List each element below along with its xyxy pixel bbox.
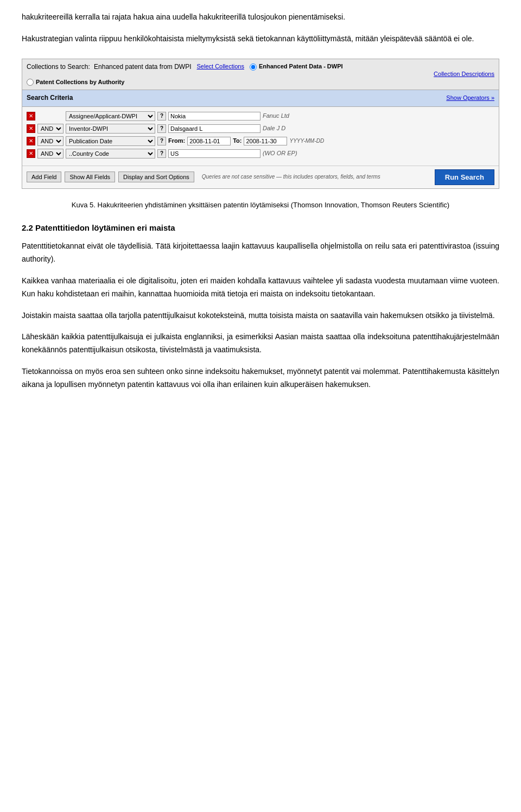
body-para-3: Joistakin maista saattaa olla tarjolla p… <box>22 309 499 322</box>
date-inputs: From: To: YYYY-MM-DD <box>168 136 324 146</box>
criteria-rows: ✕ AND Assignee/Applicant-DWPI ? Fanuc Lt… <box>22 107 499 166</box>
operator-select-4[interactable]: AND OR NOT <box>37 149 63 158</box>
body-para-2: Kaikkea vanhaa materiaalia ei ole digita… <box>22 275 499 301</box>
field-select-3[interactable]: Publication Date <box>66 136 155 146</box>
hint-text-1: Fanuc Ltd <box>263 111 289 121</box>
add-field-button[interactable]: Add Field <box>27 172 61 182</box>
from-label: From: <box>168 136 185 146</box>
radio-enhanced-patent[interactable]: Enhanced Patent Data - DWPI <box>250 62 343 72</box>
display-sort-options-button[interactable]: Display and Sort Options <box>118 172 194 182</box>
field-select-1[interactable]: Assignee/Applicant-DWPI <box>66 111 155 121</box>
operator-select-2[interactable]: AND OR NOT <box>37 124 63 134</box>
body-para-1: Patenttitietokannat eivät ole täydellisi… <box>22 240 499 266</box>
collections-bar: Collections to Search: Enhanced patent d… <box>22 59 499 91</box>
value-input-4[interactable] <box>168 149 260 158</box>
search-ui-panel: Collections to Search: Enhanced patent d… <box>22 59 499 189</box>
search-criteria-header: Search Criteria Show Operators » <box>22 90 499 106</box>
help-btn-1[interactable]: ? <box>157 112 166 120</box>
field-select-4[interactable]: ..Country Code <box>66 149 155 158</box>
show-all-fields-button[interactable]: Show All Fields <box>65 172 115 182</box>
radio-enhanced-label: Enhanced Patent Data - DWPI <box>259 62 343 72</box>
radio-authority-label: Patent Collections by Authority <box>36 78 124 87</box>
body-para-4: Läheskään kaikkia patenttijulkaisuja ei … <box>22 331 499 357</box>
hint-text-4: (WO OR EP) <box>263 149 297 158</box>
criteria-row-4: ✕ AND OR NOT ..Country Code ? (WO OR EP) <box>27 149 494 158</box>
remove-btn-2[interactable]: ✕ <box>27 124 35 133</box>
collection-descriptions-link[interactable]: Collection Descriptions <box>434 69 494 79</box>
help-btn-3[interactable]: ? <box>157 137 166 145</box>
collections-label: Collections to Search: Enhanced patent d… <box>27 62 192 72</box>
search-criteria-title: Search Criteria <box>27 93 73 103</box>
to-label: To: <box>233 136 242 146</box>
remove-btn-1[interactable]: ✕ <box>27 112 35 120</box>
date-format-hint: YYYY-MM-DD <box>289 137 324 145</box>
body-para-5: Tietokannoissa on myös eroa sen suhteen … <box>22 365 499 391</box>
field-select-2[interactable]: Inventor-DWPI <box>66 124 155 134</box>
run-search-button[interactable]: Run Search <box>435 169 494 185</box>
show-operators-link[interactable]: Show Operators » <box>446 93 494 103</box>
collections-left: Collections to Search: Enhanced patent d… <box>27 62 434 87</box>
help-btn-2[interactable]: ? <box>157 124 166 133</box>
remove-btn-4[interactable]: ✕ <box>27 149 35 158</box>
criteria-row-3: ✕ AND OR NOT Publication Date ? From: To… <box>27 136 494 146</box>
help-btn-4[interactable]: ? <box>157 149 166 158</box>
operator-select-3[interactable]: AND OR NOT <box>37 136 63 146</box>
figure-caption: Kuva 5. Hakukriteerien yhdistäminen yksi… <box>22 200 499 211</box>
select-collections-link[interactable]: Select Collections <box>197 62 244 72</box>
collections-value: Enhanced patent data from DWPI <box>94 63 191 71</box>
intro-para-2: Hakustrategian valinta riippuu henkilöko… <box>22 33 499 46</box>
hint-text-2: Dale J D <box>263 124 285 134</box>
collections-title-text: Collections to Search: <box>27 63 90 71</box>
intro-para-1: hakukriteereillä kerralla tai rajata hak… <box>22 11 499 24</box>
radio-enhanced-input[interactable] <box>250 64 257 71</box>
date-from-input[interactable] <box>187 137 231 145</box>
date-to-input[interactable] <box>244 137 287 145</box>
toolbar-row: Add Field Show All Fields Display and So… <box>22 166 499 188</box>
radio-patent-authority[interactable]: Patent Collections by Authority <box>27 78 124 87</box>
radio-authority-input[interactable] <box>27 79 34 86</box>
criteria-row-1: ✕ AND Assignee/Applicant-DWPI ? Fanuc Lt… <box>27 111 494 121</box>
remove-btn-3[interactable]: ✕ <box>27 137 35 145</box>
queries-note: Queries are not case sensitive — this in… <box>202 173 431 181</box>
section-heading: 2.2 Patenttitiedon löytäminen eri maista <box>22 221 499 234</box>
value-input-2[interactable] <box>168 124 260 133</box>
criteria-row-2: ✕ AND OR NOT Inventor-DWPI ? Dale J D <box>27 124 494 134</box>
value-input-1[interactable] <box>168 112 260 120</box>
